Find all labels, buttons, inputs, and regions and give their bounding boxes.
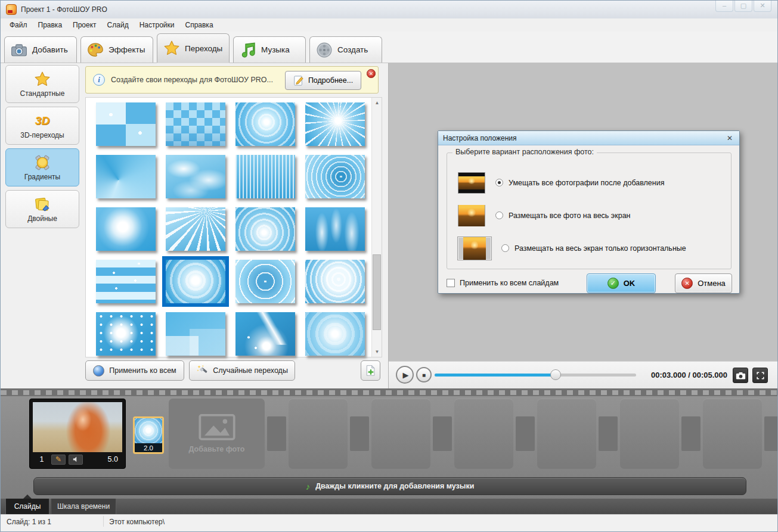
- banner-close-icon[interactable]: ✕: [367, 69, 376, 78]
- info-banner: i Создайте свои переходы для ФотоШОУ PRO…: [85, 66, 379, 94]
- maximize-button[interactable]: ▢: [734, 1, 752, 12]
- empty-transition-slot: [433, 416, 452, 451]
- close-button[interactable]: ✕: [754, 1, 771, 12]
- transition-thumb-rays[interactable]: [160, 207, 230, 252]
- random-transitions-button[interactable]: Случайные переходы: [189, 360, 295, 381]
- menu-item-Проект[interactable]: Проект: [67, 20, 102, 30]
- window-title: Проект 1 - ФотоШОУ PRO: [21, 5, 107, 14]
- transition-thumb-flames[interactable]: [300, 207, 370, 252]
- more-button[interactable]: Подробнее...: [285, 71, 361, 90]
- timeline-transition[interactable]: 2.0: [133, 416, 164, 454]
- scrollbar[interactable]: ▲ ▼: [371, 98, 382, 357]
- menu-item-Правка[interactable]: Правка: [33, 20, 68, 30]
- category-Градиенты[interactable]: Градиенты: [5, 148, 79, 186]
- transition-thumb-fspiral[interactable]: [300, 260, 370, 304]
- cancel-button[interactable]: ✕ Отмена: [675, 273, 732, 293]
- star-icon: [33, 70, 51, 88]
- tab-Переходы[interactable]: Переходы: [157, 33, 230, 63]
- transition-thumb-ripple[interactable]: [231, 260, 300, 304]
- transition-thumb-spiral[interactable]: [231, 102, 300, 147]
- app-icon: [6, 4, 17, 15]
- 3d-icon: 3D: [33, 112, 51, 130]
- empty-slide-slot[interactable]: [289, 399, 348, 469]
- add-document-icon: [365, 365, 377, 377]
- bottom-tab-bar: СлайдыШкала времени: [1, 499, 777, 514]
- play-button[interactable]: ▶: [396, 366, 414, 384]
- star-icon: [163, 40, 180, 57]
- transition-thumb-vortex[interactable]: [300, 155, 370, 200]
- scroll-thumb[interactable]: [373, 254, 381, 330]
- bottom-tab-Слайды[interactable]: Слайды: [5, 499, 49, 514]
- slide-thumbnail-1[interactable]: 1 ✎ 5.0: [29, 399, 126, 469]
- transition-thumb-comet[interactable]: [231, 312, 300, 357]
- empty-slide-slot[interactable]: [454, 399, 513, 469]
- scroll-down-icon[interactable]: ▼: [372, 347, 382, 357]
- minimize-button[interactable]: –: [715, 1, 733, 12]
- transition-thumb-soft[interactable]: [300, 312, 370, 357]
- ok-button[interactable]: ✓ OK: [587, 273, 656, 293]
- transition-thumb-rain[interactable]: [231, 155, 300, 200]
- menu-item-Слайд[interactable]: Слайд: [102, 20, 134, 30]
- music-track-bar[interactable]: ♪ Дважды кликните для добавления музыки: [33, 477, 746, 495]
- edit-slide-button[interactable]: ✎: [51, 455, 66, 465]
- pen-document-icon: [293, 75, 304, 86]
- transition-thumb-puff[interactable]: [91, 207, 160, 252]
- transition-thumb-checker[interactable]: [160, 102, 230, 147]
- transition-thumb-bigspiral[interactable]: [160, 260, 230, 304]
- empty-transition-slot: [350, 416, 369, 451]
- transition-thumb-dots[interactable]: [91, 312, 160, 357]
- position-radio-2[interactable]: [501, 244, 509, 252]
- tab-Эффекты[interactable]: Эффекты: [80, 36, 153, 63]
- apply-to-all-button[interactable]: Применить ко всем: [85, 360, 184, 381]
- transition-thumb-quad[interactable]: [91, 102, 160, 147]
- dialog-close-icon[interactable]: ✕: [725, 134, 734, 142]
- sunset-thumb-fullscreen: [458, 205, 485, 226]
- tab-Музыка[interactable]: Музыка: [233, 36, 306, 63]
- seek-slider[interactable]: [435, 374, 636, 377]
- position-radio-1[interactable]: [495, 211, 503, 219]
- app-window: Проект 1 - ФотоШОУ PRO – ▢ ✕ ФайлПравкаП…: [0, 0, 778, 532]
- empty-transition-slot: [599, 416, 618, 451]
- sunset-thumb-pillarbox: [458, 237, 491, 260]
- add-transition-button[interactable]: [361, 360, 380, 381]
- empty-transition-slot: [516, 416, 535, 451]
- transition-thumb-sweep[interactable]: [91, 155, 160, 200]
- current-path: Этот компьютер\: [109, 518, 165, 526]
- category-Двойные[interactable]: Двойные: [5, 190, 79, 228]
- scroll-up-icon[interactable]: ▲: [372, 98, 382, 108]
- snapshot-button[interactable]: [733, 368, 748, 383]
- stop-button[interactable]: ■: [416, 367, 432, 382]
- empty-transition-slot: [681, 416, 700, 451]
- menu-item-Настройки[interactable]: Настройки: [134, 20, 180, 30]
- tab-Добавить[interactable]: Добавить: [4, 36, 77, 63]
- empty-slide-slot[interactable]: [703, 399, 762, 469]
- transition-thumb-swirl[interactable]: [231, 207, 300, 252]
- empty-slide-slot[interactable]: [537, 399, 596, 469]
- category-3D-переходы[interactable]: 3D 3D-переходы: [5, 107, 79, 145]
- sound-button[interactable]: [69, 455, 83, 465]
- menu-item-Файл[interactable]: Файл: [4, 20, 33, 30]
- transition-thumb-clouds[interactable]: [160, 155, 230, 200]
- coin-icon: [33, 154, 51, 172]
- empty-slide-slot[interactable]: [371, 399, 430, 469]
- position-radio-0[interactable]: [495, 179, 503, 186]
- empty-slide-slot[interactable]: [620, 399, 679, 469]
- add-photo-slot[interactable]: Добавьте фото: [169, 399, 265, 469]
- menu-item-Справка[interactable]: Справка: [179, 20, 218, 30]
- slide-duration: 5.0: [108, 455, 120, 463]
- transition-thumb-squares[interactable]: [160, 312, 230, 357]
- dialog-title-bar: Настройка положения ✕: [438, 131, 739, 145]
- x-icon: ✕: [681, 278, 693, 289]
- category-Стандартные[interactable]: Стандартные: [5, 65, 79, 103]
- bottom-tab-Шкала времени[interactable]: Шкала времени: [51, 499, 116, 514]
- slider-thumb[interactable]: [550, 369, 561, 380]
- speaker-icon: [73, 456, 79, 462]
- check-icon: ✓: [607, 278, 619, 289]
- slide-photo: [33, 402, 122, 452]
- fullscreen-button[interactable]: [752, 368, 768, 383]
- tab-Создать[interactable]: Создать: [309, 36, 382, 63]
- transition-thumb-burst[interactable]: [300, 102, 370, 147]
- apply-all-checkbox[interactable]: [447, 279, 455, 287]
- transition-thumb-bars[interactable]: [91, 260, 160, 304]
- menu-bar: ФайлПравкаПроектСлайдНастройкиСправка: [1, 18, 777, 32]
